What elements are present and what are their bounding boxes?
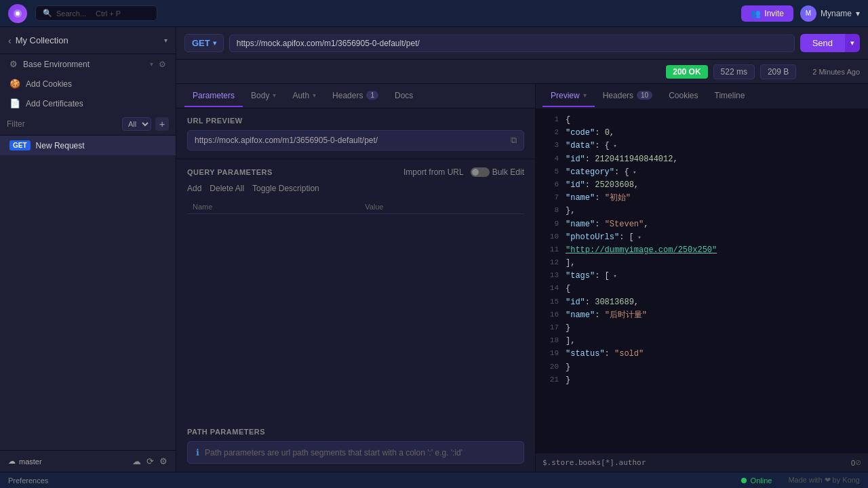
line-content: "name": "后时计量" [566, 309, 865, 322]
sidebar-item-base-env[interactable]: ⚙ Base Environment ▾ ⚙ [0, 54, 176, 74]
line-content: "status": "sold" [566, 348, 865, 361]
params-actions: Add Delete All Toggle Description [187, 184, 524, 193]
code-line: 10 "photoUrls": [ ▾ [536, 231, 868, 244]
token: "name" [566, 220, 595, 229]
line-content: "id": 30813689, [566, 296, 865, 309]
response-size: 209 B [760, 64, 796, 79]
line-content: "id": 25203608, [566, 179, 865, 192]
expand-icon[interactable]: ▾ [629, 169, 637, 176]
token: : [585, 155, 595, 164]
preferences-button[interactable]: Preferences [8, 476, 48, 485]
token: "status" [566, 349, 605, 359]
code-line: 14 { [536, 283, 868, 296]
line-number: 21 [538, 374, 559, 387]
sidebar-back-button[interactable]: ‹ [8, 35, 12, 46]
token: 2120411940844012 [595, 155, 673, 164]
code-line: 7 "name": "初始" [536, 192, 868, 205]
expand-icon[interactable]: ▾ [610, 143, 617, 150]
filter-input[interactable] [7, 119, 118, 129]
send-dropdown-button[interactable]: ▾ [845, 34, 860, 52]
filter-select[interactable]: All [122, 117, 151, 131]
line-content: ], [566, 257, 865, 270]
token: , [644, 220, 648, 229]
token: : [595, 193, 604, 203]
code-line: 16 "name": "后时计量" [536, 309, 868, 322]
search-box[interactable]: 🔍 Search... Ctrl + P [35, 5, 157, 21]
request-item[interactable]: GET New Request [0, 136, 176, 155]
line-content: "data": { ▾ [566, 140, 865, 152]
auth-arrow-icon: ▾ [313, 92, 316, 99]
settings-icon[interactable]: ⚙ [159, 456, 167, 466]
status-code-badge: 200 OK [666, 65, 707, 79]
path-params-section: PATH PARAMETERS ℹ Path parameters are ur… [176, 420, 535, 472]
line-content: "code": 0, [566, 127, 865, 140]
tab-parameters[interactable]: Parameters [184, 85, 243, 107]
tab-auth[interactable]: Auth ▾ [284, 85, 324, 107]
left-panel: Parameters Body ▾ Auth ▾ Headers 1 [176, 84, 536, 472]
token: } [566, 323, 570, 333]
base-env-settings-icon[interactable]: ⚙ [159, 60, 166, 69]
tab-docs[interactable]: Docs [387, 85, 421, 107]
gear-icon: ⚙ [9, 59, 18, 69]
user-menu[interactable]: M Myname ▾ [800, 5, 860, 22]
token: "category" [566, 167, 614, 177]
code-line: 9 "name": "Steven", [536, 218, 868, 231]
line-number: 4 [538, 153, 559, 166]
status-bar: 200 OK 522 ms 209 B 2 Minutes Ago [176, 60, 868, 84]
sidebar-item-add-cookies[interactable]: 🍪 Add Cookies [0, 74, 176, 94]
token: : { [595, 141, 610, 150]
line-number: 14 [538, 283, 559, 296]
token: { [566, 115, 570, 125]
code-line: 4 "id": 2120411940844012, [536, 153, 868, 166]
master-icon: ☁ [8, 457, 16, 466]
bulk-edit-label: Bulk Edit [492, 167, 524, 177]
add-param-button[interactable]: Add [187, 184, 201, 193]
line-content: "category": { ▾ [566, 166, 865, 179]
bulk-edit-toggle-switch[interactable] [471, 167, 490, 177]
bulk-edit-toggle[interactable]: Bulk Edit [471, 167, 524, 177]
sidebar-item-add-certificates[interactable]: 📄 Add Certificates [0, 94, 176, 113]
time-ago: 2 Minutes Ago [812, 68, 860, 76]
line-number: 10 [538, 231, 559, 244]
token: 25203608 [595, 180, 634, 190]
method-selector[interactable]: GET ▾ [184, 34, 224, 52]
search-placeholder: Search... [56, 9, 86, 18]
online-indicator [741, 478, 747, 483]
code-line: 1{ [536, 114, 868, 127]
code-line: 11 "http://dummyimage.com/250x250" [536, 244, 868, 257]
tab-timeline[interactable]: Timeline [707, 85, 753, 107]
line-content: "http://dummyimage.com/250x250" [566, 244, 865, 257]
expand-icon[interactable]: ▾ [634, 235, 642, 241]
token: : [595, 220, 604, 229]
cloud-upload-icon[interactable]: ☁ [132, 456, 141, 466]
cloud-sync-icon[interactable]: ⟳ [146, 456, 154, 466]
code-line: 19 "status": "sold" [536, 348, 868, 361]
tab-preview[interactable]: Preview ▾ [542, 85, 595, 107]
split-content: Parameters Body ▾ Auth ▾ Headers 1 [176, 84, 868, 472]
delete-all-button[interactable]: Delete All [210, 184, 244, 193]
code-line: 6 "id": 25203608, [536, 179, 868, 192]
token: { [566, 284, 570, 293]
tab-response-headers[interactable]: Headers 10 [595, 85, 660, 107]
tab-headers[interactable]: Headers 1 [324, 85, 387, 107]
import-url-button[interactable]: Import from URL [403, 167, 464, 177]
value-col-header: Value [359, 200, 524, 214]
tab-body[interactable]: Body ▾ [243, 85, 284, 107]
copy-url-button[interactable]: ⧉ [511, 135, 517, 146]
line-content: { [566, 283, 865, 296]
expand-icon[interactable]: ▾ [610, 273, 617, 280]
toggle-description-button[interactable]: Toggle Description [252, 184, 319, 193]
tab-cookies[interactable]: Cookies [660, 85, 706, 107]
filter-add-button[interactable]: + [155, 117, 169, 131]
jsonpath-input[interactable] [542, 458, 851, 467]
send-button-group: Send ▾ [800, 34, 860, 52]
user-chevron-icon: ▾ [856, 9, 860, 18]
request-method-badge: GET [9, 140, 31, 150]
topbar-right: 👥 Invite M Myname ▾ [741, 5, 860, 22]
token: } [566, 375, 570, 385]
line-number: 15 [538, 296, 559, 309]
token: , [673, 155, 677, 164]
invite-button[interactable]: 👥 Invite [741, 5, 793, 22]
url-input[interactable] [229, 35, 795, 52]
send-button[interactable]: Send [800, 34, 845, 52]
